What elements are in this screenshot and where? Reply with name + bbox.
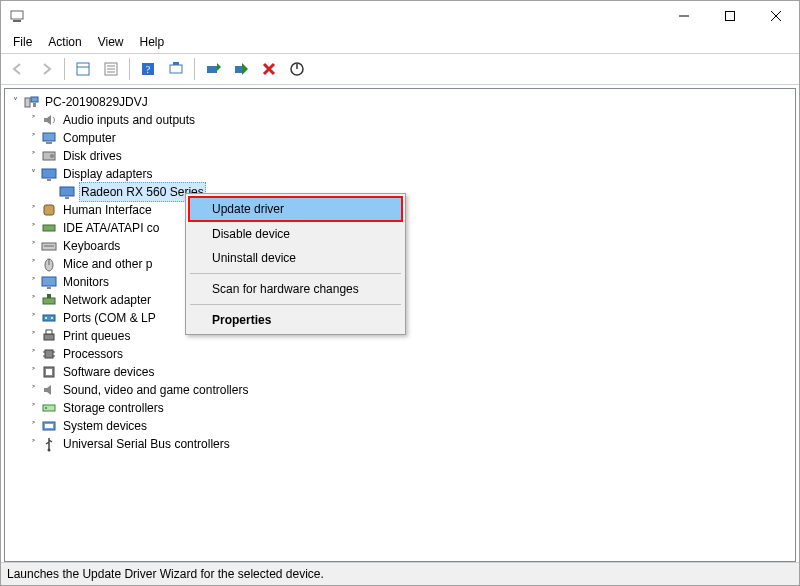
svg-point-42	[51, 317, 53, 319]
menu-help[interactable]: Help	[132, 33, 173, 51]
expand-icon[interactable]: ˃	[25, 435, 41, 453]
svg-rect-28	[60, 187, 74, 196]
tree-node-label: Audio inputs and outputs	[61, 111, 197, 129]
minimize-button[interactable]	[661, 1, 707, 31]
content-area: ˅PC-20190829JDVJ˃Audio inputs and output…	[4, 88, 796, 562]
svg-rect-23	[46, 142, 52, 144]
ctx-uninstall-device[interactable]: Uninstall device	[188, 246, 403, 270]
usb-icon	[41, 436, 57, 452]
keyboard-icon	[41, 238, 57, 254]
forward-button[interactable]	[33, 56, 59, 82]
ctx-update-driver[interactable]: Update driver	[188, 196, 403, 222]
display-icon	[59, 184, 75, 200]
tree-node-label: Keyboards	[61, 237, 122, 255]
svg-rect-15	[173, 62, 179, 65]
tree-node-software-devices[interactable]: ˃Software devices	[5, 363, 795, 381]
menu-file[interactable]: File	[5, 33, 40, 51]
expand-icon[interactable]: ˃	[25, 111, 41, 129]
ctx-disable-device[interactable]: Disable device	[188, 222, 403, 246]
tree-node-disk-drives[interactable]: ˃Disk drives	[5, 147, 795, 165]
network-icon	[41, 292, 57, 308]
ctx-scan-hardware[interactable]: Scan for hardware changes	[188, 277, 403, 301]
tree-node-label: Mice and other p	[61, 255, 154, 273]
expand-icon[interactable]: ˃	[25, 381, 41, 399]
help-button[interactable]: ?	[135, 56, 161, 82]
svg-rect-31	[43, 225, 55, 231]
expand-icon[interactable]: ˃	[25, 345, 41, 363]
expand-icon[interactable]: ˃	[25, 291, 41, 309]
mouse-icon	[41, 256, 57, 272]
menu-view[interactable]: View	[90, 33, 132, 51]
tree-node-system-devices[interactable]: ˃System devices	[5, 417, 795, 435]
svg-rect-21	[33, 103, 36, 107]
svg-rect-1	[13, 20, 21, 22]
expand-icon[interactable]: ˅	[25, 165, 41, 183]
svg-rect-19	[25, 98, 30, 107]
svg-rect-16	[207, 66, 217, 73]
maximize-button[interactable]	[707, 1, 753, 31]
svg-point-41	[45, 317, 47, 319]
svg-rect-17	[235, 66, 243, 73]
toolbar-separator	[194, 58, 195, 80]
expand-icon[interactable]: ˃	[25, 129, 41, 147]
tree-node-audio-inputs-and-outputs[interactable]: ˃Audio inputs and outputs	[5, 111, 795, 129]
svg-rect-14	[170, 65, 182, 73]
svg-rect-22	[43, 133, 55, 141]
expand-icon[interactable]: ˃	[25, 309, 41, 327]
expand-icon[interactable]: ˃	[25, 237, 41, 255]
tree-node-label: Software devices	[61, 363, 156, 381]
expand-icon[interactable]: ˅	[7, 93, 23, 111]
display-icon	[41, 166, 57, 182]
svg-rect-6	[77, 63, 89, 75]
svg-rect-45	[45, 350, 53, 358]
update-driver-button[interactable]	[200, 56, 226, 82]
svg-rect-39	[47, 294, 51, 298]
expand-icon[interactable]: ˃	[25, 399, 41, 417]
tree-node-label: Universal Serial Bus controllers	[61, 435, 232, 453]
svg-rect-26	[42, 169, 56, 178]
tree-node-computer[interactable]: ˃Computer	[5, 129, 795, 147]
expand-icon[interactable]: ˃	[25, 363, 41, 381]
tree-node-label: System devices	[61, 417, 149, 435]
svg-rect-30	[44, 205, 54, 215]
tree-node-root[interactable]: ˅PC-20190829JDVJ	[5, 93, 795, 111]
uninstall-device-button[interactable]	[256, 56, 282, 82]
tree-node-processors[interactable]: ˃Processors	[5, 345, 795, 363]
scan-hardware-button[interactable]	[163, 56, 189, 82]
device-manager-window: File Action View Help ?	[0, 0, 800, 586]
tree-node-label: Disk drives	[61, 147, 124, 165]
show-hide-tree-button[interactable]	[70, 56, 96, 82]
enable-device-button[interactable]	[228, 56, 254, 82]
disable-device-button[interactable]	[284, 56, 310, 82]
tree-node-sound-video-and-game-controllers[interactable]: ˃Sound, video and game controllers	[5, 381, 795, 399]
disk-icon	[41, 148, 57, 164]
context-menu: Update driver Disable device Uninstall d…	[185, 193, 406, 335]
expand-icon[interactable]: ˃	[25, 273, 41, 291]
storage-icon	[41, 400, 57, 416]
tree-node-display-adapters[interactable]: ˅Display adapters	[5, 165, 795, 183]
tree-node-label: Network adapter	[61, 291, 153, 309]
titlebar	[1, 1, 799, 31]
expand-icon[interactable]: ˃	[25, 327, 41, 345]
back-button[interactable]	[5, 56, 31, 82]
tree-node-storage-controllers[interactable]: ˃Storage controllers	[5, 399, 795, 417]
expand-icon[interactable]: ˃	[25, 147, 41, 165]
menu-action[interactable]: Action	[40, 33, 89, 51]
close-button[interactable]	[753, 1, 799, 31]
ctx-properties[interactable]: Properties	[188, 308, 403, 332]
tree-node-label: Sound, video and game controllers	[61, 381, 250, 399]
expand-icon[interactable]: ˃	[25, 417, 41, 435]
svg-rect-37	[47, 287, 51, 289]
port-icon	[41, 310, 57, 326]
tree-node-label: Ports (COM & LP	[61, 309, 158, 327]
toolbar-separator	[129, 58, 130, 80]
expand-icon[interactable]: ˃	[25, 255, 41, 273]
tree-node-universal-serial-bus-controllers[interactable]: ˃Universal Serial Bus controllers	[5, 435, 795, 453]
tree-node-label: IDE ATA/ATAPI co	[61, 219, 161, 237]
root-icon	[23, 94, 39, 110]
properties-button[interactable]	[98, 56, 124, 82]
svg-text:?: ?	[146, 64, 151, 75]
expand-icon[interactable]: ˃	[25, 219, 41, 237]
tree-node-label: Processors	[61, 345, 125, 363]
expand-icon[interactable]: ˃	[25, 201, 41, 219]
